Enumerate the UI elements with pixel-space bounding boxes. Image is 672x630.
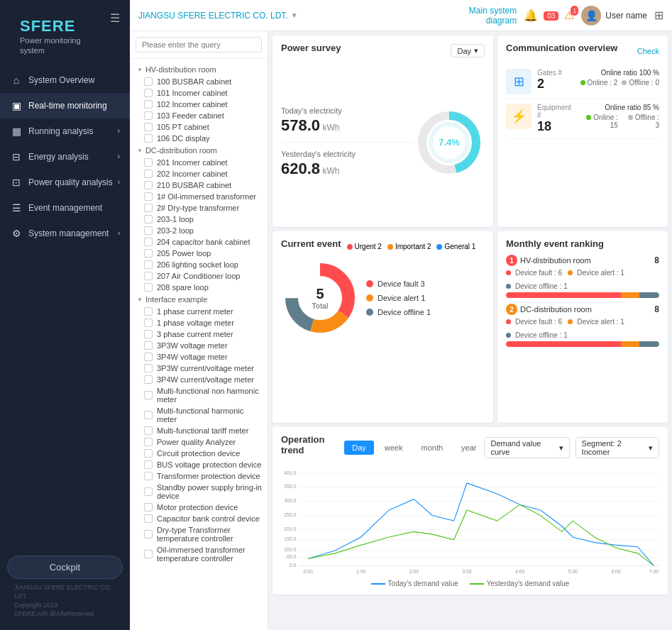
- checkbox[interactable]: [144, 204, 153, 212]
- list-item[interactable]: 206 lighting socket loop: [130, 259, 268, 270]
- checkbox[interactable]: [144, 438, 153, 446]
- list-item[interactable]: 100 BUSBAR cabinet: [130, 76, 268, 87]
- checkbox[interactable]: [144, 260, 153, 269]
- main-system-diagram-link[interactable]: Main systemdiagram: [469, 6, 517, 26]
- list-item[interactable]: BUS voltage protection device: [130, 459, 268, 470]
- checkbox[interactable]: [144, 134, 153, 143]
- list-item[interactable]: Standby power supply bring-in device: [130, 482, 268, 502]
- menu-toggle-icon[interactable]: ☰: [110, 11, 120, 25]
- checkbox[interactable]: [144, 283, 153, 292]
- tree-group-dc[interactable]: DC-distribution room: [130, 144, 268, 157]
- checkbox[interactable]: [144, 449, 153, 458]
- checkbox[interactable]: [144, 514, 153, 523]
- list-item[interactable]: 105 PT cabinet: [130, 121, 268, 133]
- checkbox[interactable]: [144, 272, 153, 280]
- list-item[interactable]: Power quality Analyzer: [130, 436, 268, 448]
- list-item[interactable]: 207 Air Conditioner loop: [130, 270, 268, 282]
- checkbox[interactable]: [144, 353, 153, 361]
- list-item[interactable]: 1 phase current meter: [130, 306, 268, 317]
- search-input[interactable]: [136, 37, 262, 52]
- sidebar-item-system-overview[interactable]: ⌂ System Overview: [0, 67, 130, 93]
- list-item[interactable]: Oil-immersed transformer temperature con…: [130, 544, 268, 564]
- list-item[interactable]: 3P4W voltage meter: [130, 351, 268, 363]
- checkbox[interactable]: [144, 77, 153, 86]
- checkbox[interactable]: [144, 226, 153, 235]
- list-item[interactable]: 202 Incomer cabinet: [130, 168, 268, 179]
- checkbox[interactable]: [144, 238, 153, 246]
- alert-icon-btn[interactable]: 03: [544, 11, 558, 21]
- list-item[interactable]: Transformer protection device: [130, 470, 268, 482]
- list-item[interactable]: Multi-functional non harmonic meter: [130, 385, 268, 405]
- list-item[interactable]: 210 BUSBAR cabinet: [130, 179, 268, 191]
- checkbox[interactable]: [144, 472, 153, 480]
- checkbox[interactable]: [144, 503, 153, 512]
- day-select[interactable]: Day ▾: [451, 44, 485, 57]
- list-item[interactable]: 101 Incomer cabinet: [130, 87, 268, 99]
- checkbox[interactable]: [144, 158, 153, 167]
- list-item[interactable]: 102 Incomer cabinet: [130, 99, 268, 110]
- list-item[interactable]: 1 phase voltage meter: [130, 317, 268, 328]
- sidebar-item-realtime-monitoring[interactable]: ▣ Real-time monitoring: [0, 93, 130, 118]
- checkbox[interactable]: [144, 460, 153, 469]
- checkbox[interactable]: [144, 192, 153, 201]
- list-item[interactable]: 3P3W voltage meter: [130, 340, 268, 351]
- checkbox[interactable]: [144, 181, 153, 189]
- tab-week[interactable]: week: [377, 441, 411, 455]
- list-item[interactable]: 201 Incomer cabinet: [130, 157, 268, 168]
- checkbox[interactable]: [144, 249, 153, 258]
- list-item[interactable]: 3 phase current meter: [130, 328, 268, 340]
- list-item[interactable]: Circuit protection device: [130, 448, 268, 459]
- checkbox[interactable]: [144, 307, 153, 316]
- tab-month[interactable]: month: [414, 441, 451, 455]
- warning-icon-btn[interactable]: ⚠ 1: [564, 9, 574, 22]
- sidebar-item-event-management[interactable]: ☰ Event management: [0, 195, 130, 221]
- checkbox[interactable]: [144, 170, 153, 178]
- list-item[interactable]: Multi-functional harmonic meter: [130, 405, 268, 425]
- sidebar-item-power-quality[interactable]: ⊡ Power quality analysis ›: [0, 170, 130, 195]
- checkbox[interactable]: [144, 341, 153, 350]
- list-item[interactable]: Capacitor bank control device: [130, 513, 268, 524]
- sidebar-item-system-management[interactable]: ⚙ System management ›: [0, 221, 130, 246]
- checkbox[interactable]: [144, 100, 153, 109]
- company-selector[interactable]: JIANGSU SFERE ELECTRIC CO. LDT. ▼: [138, 11, 298, 21]
- checkbox[interactable]: [144, 89, 153, 97]
- checkbox[interactable]: [144, 411, 153, 419]
- checkbox[interactable]: [144, 391, 153, 399]
- list-item[interactable]: 208 spare loop: [130, 282, 268, 293]
- list-item[interactable]: 205 Power loop: [130, 248, 268, 259]
- tab-year[interactable]: year: [453, 441, 484, 455]
- checkbox[interactable]: [144, 487, 153, 496]
- checkbox[interactable]: [144, 319, 153, 327]
- checkbox[interactable]: [144, 330, 153, 338]
- grid-view-icon[interactable]: ⊞: [654, 9, 663, 22]
- checkbox[interactable]: [144, 123, 153, 131]
- checkbox[interactable]: [144, 111, 153, 120]
- checkbox[interactable]: [144, 550, 153, 558]
- list-item[interactable]: 103 Feeder cabinet: [130, 110, 268, 121]
- list-item[interactable]: 2# Dry-type transformer: [130, 202, 268, 214]
- checkbox[interactable]: [144, 375, 153, 384]
- list-item[interactable]: Motor protection device: [130, 502, 268, 513]
- tree-group-hv[interactable]: HV-distribution room: [130, 63, 268, 76]
- list-item[interactable]: 3P3W current/voltage meter: [130, 363, 268, 374]
- list-item[interactable]: 3P4W current/voltage meter: [130, 374, 268, 385]
- checkbox[interactable]: [144, 215, 153, 223]
- tree-group-interface[interactable]: Interface example: [130, 293, 268, 306]
- segment-select[interactable]: Segment: 2 Incomer ▾: [575, 437, 659, 458]
- demand-select[interactable]: Demand value curve ▾: [484, 437, 569, 458]
- list-item[interactable]: Multi-functional tariff meter: [130, 425, 268, 436]
- cockpit-button[interactable]: Cockpit: [7, 556, 123, 579]
- list-item[interactable]: 204 capacitor bank cabinet: [130, 236, 268, 248]
- sidebar-item-running-analysis[interactable]: ▦ Running analysis ›: [0, 118, 130, 144]
- list-item[interactable]: Dry-type Transformer temperature control…: [130, 524, 268, 544]
- list-item[interactable]: 106 DC display: [130, 133, 268, 144]
- list-item[interactable]: 203-2 loop: [130, 225, 268, 236]
- tab-day[interactable]: Day: [344, 441, 374, 455]
- checkbox[interactable]: [144, 364, 153, 372]
- checkbox[interactable]: [144, 426, 153, 435]
- list-item[interactable]: 1# Oil-immersed transformer: [130, 191, 268, 202]
- user-info[interactable]: 👤 User name: [581, 6, 647, 26]
- sidebar-item-energy-analysis[interactable]: ⊟ Energy analysis ›: [0, 144, 130, 170]
- list-item[interactable]: 203-1 loop: [130, 214, 268, 225]
- check-link[interactable]: Check: [637, 47, 659, 55]
